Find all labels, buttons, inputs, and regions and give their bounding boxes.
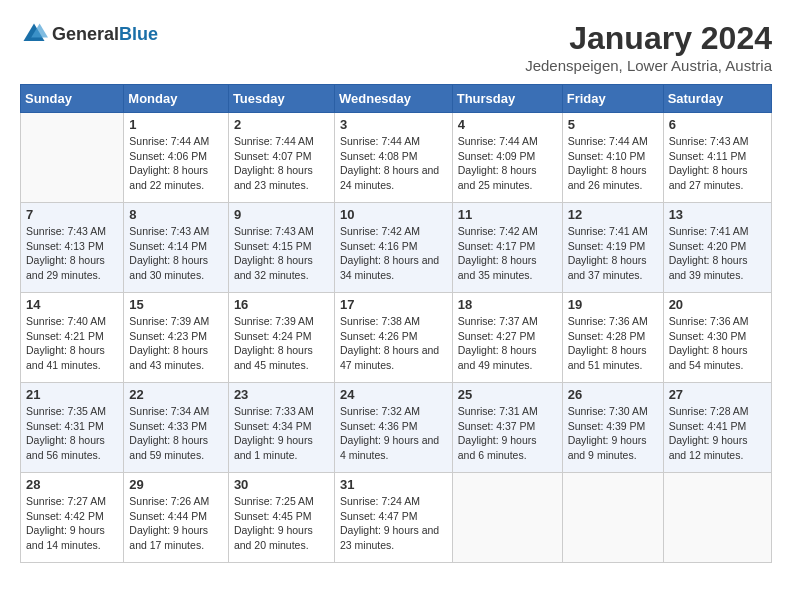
calendar-cell-w3-d7: 20 Sunrise: 7:36 AM Sunset: 4:30 PM Dayl… — [663, 293, 771, 383]
day-info: Sunrise: 7:35 AM Sunset: 4:31 PM Dayligh… — [26, 404, 118, 463]
daylight-text: Daylight: 8 hours and 49 minutes. — [458, 344, 537, 371]
sunrise-text: Sunrise: 7:30 AM — [568, 405, 648, 417]
sunrise-text: Sunrise: 7:44 AM — [340, 135, 420, 147]
sunset-text: Sunset: 4:16 PM — [340, 240, 418, 252]
day-info: Sunrise: 7:39 AM Sunset: 4:24 PM Dayligh… — [234, 314, 329, 373]
calendar-cell-w4-d4: 24 Sunrise: 7:32 AM Sunset: 4:36 PM Dayl… — [334, 383, 452, 473]
sunset-text: Sunset: 4:21 PM — [26, 330, 104, 342]
day-info: Sunrise: 7:44 AM Sunset: 4:09 PM Dayligh… — [458, 134, 557, 193]
day-info: Sunrise: 7:31 AM Sunset: 4:37 PM Dayligh… — [458, 404, 557, 463]
day-number: 7 — [26, 207, 118, 222]
calendar-cell-w5-d7 — [663, 473, 771, 563]
sunrise-text: Sunrise: 7:43 AM — [26, 225, 106, 237]
day-number: 15 — [129, 297, 223, 312]
calendar-cell-w1-d2: 1 Sunrise: 7:44 AM Sunset: 4:06 PM Dayli… — [124, 113, 229, 203]
col-monday: Monday — [124, 85, 229, 113]
daylight-text: Daylight: 9 hours and 6 minutes. — [458, 434, 537, 461]
daylight-text: Daylight: 8 hours and 56 minutes. — [26, 434, 105, 461]
sunset-text: Sunset: 4:13 PM — [26, 240, 104, 252]
day-info: Sunrise: 7:44 AM Sunset: 4:06 PM Dayligh… — [129, 134, 223, 193]
day-number: 4 — [458, 117, 557, 132]
day-info: Sunrise: 7:43 AM Sunset: 4:14 PM Dayligh… — [129, 224, 223, 283]
sunrise-text: Sunrise: 7:35 AM — [26, 405, 106, 417]
sunset-text: Sunset: 4:31 PM — [26, 420, 104, 432]
sunset-text: Sunset: 4:37 PM — [458, 420, 536, 432]
sunset-text: Sunset: 4:23 PM — [129, 330, 207, 342]
sunset-text: Sunset: 4:27 PM — [458, 330, 536, 342]
sunset-text: Sunset: 4:08 PM — [340, 150, 418, 162]
sunset-text: Sunset: 4:09 PM — [458, 150, 536, 162]
day-number: 17 — [340, 297, 447, 312]
calendar-cell-w2-d6: 12 Sunrise: 7:41 AM Sunset: 4:19 PM Dayl… — [562, 203, 663, 293]
daylight-text: Daylight: 9 hours and 23 minutes. — [340, 524, 439, 551]
day-number: 28 — [26, 477, 118, 492]
sunrise-text: Sunrise: 7:44 AM — [568, 135, 648, 147]
daylight-text: Daylight: 8 hours and 34 minutes. — [340, 254, 439, 281]
day-info: Sunrise: 7:25 AM Sunset: 4:45 PM Dayligh… — [234, 494, 329, 553]
day-number: 27 — [669, 387, 766, 402]
sunset-text: Sunset: 4:11 PM — [669, 150, 747, 162]
calendar-week-1: 1 Sunrise: 7:44 AM Sunset: 4:06 PM Dayli… — [21, 113, 772, 203]
daylight-text: Daylight: 9 hours and 12 minutes. — [669, 434, 748, 461]
calendar-cell-w5-d5 — [452, 473, 562, 563]
calendar-cell-w2-d5: 11 Sunrise: 7:42 AM Sunset: 4:17 PM Dayl… — [452, 203, 562, 293]
day-number: 3 — [340, 117, 447, 132]
sunset-text: Sunset: 4:30 PM — [669, 330, 747, 342]
calendar-week-4: 21 Sunrise: 7:35 AM Sunset: 4:31 PM Dayl… — [21, 383, 772, 473]
calendar-cell-w5-d1: 28 Sunrise: 7:27 AM Sunset: 4:42 PM Dayl… — [21, 473, 124, 563]
daylight-text: Daylight: 9 hours and 14 minutes. — [26, 524, 105, 551]
sunrise-text: Sunrise: 7:42 AM — [458, 225, 538, 237]
daylight-text: Daylight: 8 hours and 51 minutes. — [568, 344, 647, 371]
day-number: 14 — [26, 297, 118, 312]
calendar-cell-w1-d1 — [21, 113, 124, 203]
calendar-cell-w2-d7: 13 Sunrise: 7:41 AM Sunset: 4:20 PM Dayl… — [663, 203, 771, 293]
day-number: 29 — [129, 477, 223, 492]
daylight-text: Daylight: 8 hours and 35 minutes. — [458, 254, 537, 281]
sunrise-text: Sunrise: 7:38 AM — [340, 315, 420, 327]
sunset-text: Sunset: 4:47 PM — [340, 510, 418, 522]
calendar-cell-w3-d3: 16 Sunrise: 7:39 AM Sunset: 4:24 PM Dayl… — [228, 293, 334, 383]
logo: GeneralBlue — [20, 20, 158, 48]
daylight-text: Daylight: 9 hours and 20 minutes. — [234, 524, 313, 551]
day-number: 24 — [340, 387, 447, 402]
calendar-cell-w4-d3: 23 Sunrise: 7:33 AM Sunset: 4:34 PM Dayl… — [228, 383, 334, 473]
sunset-text: Sunset: 4:42 PM — [26, 510, 104, 522]
sunrise-text: Sunrise: 7:39 AM — [234, 315, 314, 327]
day-number: 30 — [234, 477, 329, 492]
sunrise-text: Sunrise: 7:36 AM — [669, 315, 749, 327]
day-info: Sunrise: 7:42 AM Sunset: 4:16 PM Dayligh… — [340, 224, 447, 283]
sunset-text: Sunset: 4:19 PM — [568, 240, 646, 252]
logo-icon — [20, 20, 48, 48]
daylight-text: Daylight: 8 hours and 24 minutes. — [340, 164, 439, 191]
calendar-cell-w4-d5: 25 Sunrise: 7:31 AM Sunset: 4:37 PM Dayl… — [452, 383, 562, 473]
sunrise-text: Sunrise: 7:43 AM — [669, 135, 749, 147]
day-info: Sunrise: 7:32 AM Sunset: 4:36 PM Dayligh… — [340, 404, 447, 463]
sunset-text: Sunset: 4:41 PM — [669, 420, 747, 432]
daylight-text: Daylight: 8 hours and 23 minutes. — [234, 164, 313, 191]
sunrise-text: Sunrise: 7:26 AM — [129, 495, 209, 507]
day-number: 9 — [234, 207, 329, 222]
sunset-text: Sunset: 4:15 PM — [234, 240, 312, 252]
day-info: Sunrise: 7:37 AM Sunset: 4:27 PM Dayligh… — [458, 314, 557, 373]
day-number: 19 — [568, 297, 658, 312]
sunset-text: Sunset: 4:20 PM — [669, 240, 747, 252]
daylight-text: Daylight: 8 hours and 22 minutes. — [129, 164, 208, 191]
calendar-cell-w3-d1: 14 Sunrise: 7:40 AM Sunset: 4:21 PM Dayl… — [21, 293, 124, 383]
day-info: Sunrise: 7:42 AM Sunset: 4:17 PM Dayligh… — [458, 224, 557, 283]
sunset-text: Sunset: 4:36 PM — [340, 420, 418, 432]
sunrise-text: Sunrise: 7:25 AM — [234, 495, 314, 507]
day-info: Sunrise: 7:40 AM Sunset: 4:21 PM Dayligh… — [26, 314, 118, 373]
daylight-text: Daylight: 9 hours and 4 minutes. — [340, 434, 439, 461]
sunrise-text: Sunrise: 7:32 AM — [340, 405, 420, 417]
day-info: Sunrise: 7:41 AM Sunset: 4:19 PM Dayligh… — [568, 224, 658, 283]
col-wednesday: Wednesday — [334, 85, 452, 113]
calendar-cell-w1-d7: 6 Sunrise: 7:43 AM Sunset: 4:11 PM Dayli… — [663, 113, 771, 203]
calendar-header-row: Sunday Monday Tuesday Wednesday Thursday… — [21, 85, 772, 113]
sunset-text: Sunset: 4:45 PM — [234, 510, 312, 522]
daylight-text: Daylight: 8 hours and 37 minutes. — [568, 254, 647, 281]
sunrise-text: Sunrise: 7:43 AM — [234, 225, 314, 237]
daylight-text: Daylight: 8 hours and 47 minutes. — [340, 344, 439, 371]
sunrise-text: Sunrise: 7:43 AM — [129, 225, 209, 237]
sunset-text: Sunset: 4:24 PM — [234, 330, 312, 342]
day-info: Sunrise: 7:28 AM Sunset: 4:41 PM Dayligh… — [669, 404, 766, 463]
